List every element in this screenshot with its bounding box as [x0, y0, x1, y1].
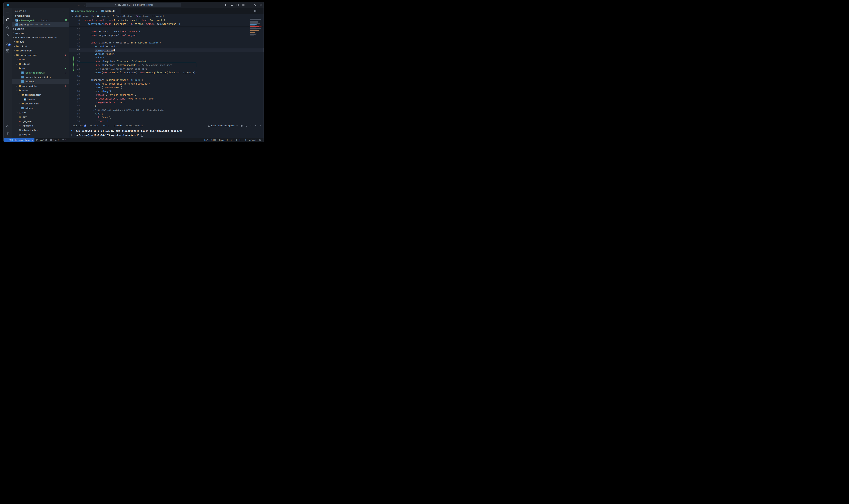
tree-item-my-eks-blueprints-stack.ts[interactable]: TSmy-eks-blueprints-stack.ts — [12, 75, 69, 79]
command-center-search[interactable]: ec2-user [SSH: eks-blueprint-remote] — [86, 3, 181, 7]
terminal[interactable]: [ec2-user@ip-10-0-14-195 my-eks-blueprin… — [69, 128, 264, 138]
tree-item-cdk.context.json[interactable]: {}cdk.context.json — [12, 128, 69, 132]
tree-item-.env[interactable]: .env — [12, 115, 69, 119]
close-panel-icon[interactable] — [259, 124, 262, 127]
tab-pipeline.ts[interactable]: TSpipeline.ts — [99, 8, 121, 14]
tree-item-application-team[interactable]: application-team — [12, 92, 69, 97]
tree-item-aws[interactable]: aws — [12, 39, 69, 44]
panel-tab-ports[interactable]: PORTS — [102, 123, 109, 128]
git-branch[interactable]: main* — [35, 138, 49, 142]
activity-settings[interactable] — [3, 129, 12, 137]
activity-search[interactable] — [3, 24, 12, 31]
tree-item-cdk.out[interactable]: cdk.out — [12, 62, 69, 66]
customize-layout-button[interactable] — [240, 2, 246, 8]
minimize-button[interactable] — [246, 2, 252, 8]
breadcrumb-item-pipeline.ts[interactable]: TSpipeline.ts — [97, 15, 109, 17]
panel-more-icon[interactable] — [250, 124, 252, 127]
panel-tab-problems[interactable]: PROBLEMS2 — [72, 123, 86, 128]
tab-kubevious_addon.ts[interactable]: TSkubevious_addon.tsU — [69, 8, 99, 14]
tree-item-cdk.out[interactable]: cdk.out — [12, 44, 69, 48]
tree-item-index.ts[interactable]: TSindex.ts — [12, 106, 69, 110]
breadcrumb-item-my-eks-blueprints[interactable]: my-eks-blueprints — [72, 15, 88, 17]
close-tab-icon[interactable] — [116, 10, 119, 12]
breadcrumb-label: constructor — [139, 15, 149, 17]
panel-tab-debug-console[interactable]: DEBUG CONSOLE — [126, 123, 143, 128]
open-editor-pipeline.ts[interactable]: TSpipeline.ts~/my-eks-blueprints/lib — [12, 22, 69, 27]
minimap[interactable] — [250, 19, 261, 39]
activity-explorer[interactable] — [3, 16, 12, 24]
text-cursor — [114, 49, 115, 52]
split-editor-icon[interactable] — [254, 10, 257, 12]
tree-item-pipeline.ts[interactable]: TSpipeline.ts — [12, 79, 69, 84]
activity-source-control[interactable]: 15 — [3, 39, 12, 47]
maximize-restore-button[interactable] — [252, 2, 258, 8]
code-editor[interactable]: 1112 const account = props?.env?.account… — [69, 18, 264, 123]
notifications-bell[interactable] — [257, 138, 263, 142]
panel-tab-terminal[interactable]: TERMINAL — [113, 123, 123, 128]
tree-item-teams[interactable]: teams — [12, 88, 69, 92]
open-editor-kubevious_addon.ts[interactable]: TSkubevious_addon.ts~/my-eks-...U — [12, 18, 69, 22]
tree-item-index.ts[interactable]: TSindex.ts — [12, 97, 69, 101]
folder-icon — [16, 45, 19, 48]
file-icon-holder: TS — [24, 98, 26, 101]
editor-more-actions-icon[interactable] — [259, 10, 261, 12]
breadcrumb-item-constructor[interactable]: constructor — [136, 15, 149, 17]
status-encoding[interactable]: UTF-8 — [230, 138, 238, 142]
outline-header[interactable]: OUTLINE — [12, 27, 69, 31]
search-icon — [5, 25, 10, 30]
file-type-icon: n — [19, 125, 20, 127]
terminal-line-1: [ec2-user@ip-10-0-14-195 my-eks-blueprin… — [69, 129, 264, 133]
branch-label: main* — [39, 139, 44, 141]
breadcrumb-item-lib[interactable]: lib — [92, 15, 94, 17]
file-icon-holder — [21, 93, 24, 96]
breadcrumb-item-PipelineConstruct[interactable]: PipelineConstruct — [112, 15, 132, 17]
nav-back-icon[interactable]: ← — [77, 3, 80, 6]
close-window-button[interactable] — [258, 2, 264, 8]
open-editors-header[interactable]: OPEN EDITORS — [12, 14, 69, 18]
sidebar-more-actions[interactable]: ··· — [63, 10, 67, 12]
code-line-12: 12 const account = props?.env?.account!; — [69, 30, 264, 33]
tree-item-environment[interactable]: environment — [12, 48, 69, 53]
maximize-panel-icon[interactable] — [255, 124, 257, 127]
tree-item-.gitignore[interactable]: .gitignore — [12, 119, 69, 124]
timeline-header[interactable]: TIMELINE — [12, 31, 69, 35]
remote-indicator[interactable]: SSH: eks-blueprint-remote — [3, 138, 35, 142]
kill-terminal-icon[interactable] — [245, 124, 248, 127]
tree-item-my-eks-blueprints[interactable]: my-eks-blueprints — [12, 53, 69, 57]
tree-item-kubevious_addon.ts[interactable]: TSkubevious_addon.tsU — [12, 71, 69, 75]
toggle-sidebar-button[interactable] — [223, 2, 229, 8]
toggle-secondary-sidebar-button[interactable] — [235, 2, 240, 8]
minimap-line — [250, 34, 255, 35]
status-cursor-position[interactable]: Ln 17, Col 22 — [203, 138, 218, 142]
tree-item-node_modules[interactable]: node_modules — [12, 84, 69, 88]
tree-item-label: index.ts — [25, 107, 33, 109]
status-indentation[interactable]: Spaces: 2 — [218, 138, 230, 142]
ports-status[interactable]: 0 — [60, 138, 67, 142]
activity-accounts[interactable] — [3, 122, 12, 129]
activity-run-debug[interactable] — [3, 31, 12, 39]
close-icon[interactable] — [13, 23, 16, 26]
problems-status[interactable]: 2 0 — [49, 138, 60, 142]
workspace-header[interactable]: EC2-USER [SSH: EKS-BLUEPRINT-REMOTE] — [12, 35, 69, 39]
split-terminal-icon[interactable] — [240, 124, 243, 127]
breadcrumb-item-blueprint[interactable]: blueprint — [152, 15, 164, 17]
tree-item-bin[interactable]: bin — [12, 57, 69, 62]
tree-item-.npmignore[interactable]: n.npmignore — [12, 124, 69, 128]
activity-extensions[interactable] — [3, 47, 12, 55]
toggle-panel-button[interactable] — [229, 2, 235, 8]
file-icon-holder — [18, 58, 21, 61]
tree-item-cdk.json[interactable]: {}cdk.json — [12, 132, 69, 137]
activity-menu[interactable] — [3, 8, 12, 16]
nav-forward-icon[interactable]: → — [83, 3, 86, 6]
tree-item-test[interactable]: test — [12, 110, 69, 115]
panel-tab-output[interactable]: OUTPUT — [90, 123, 98, 128]
tree-item-lib[interactable]: lib — [12, 66, 69, 71]
minimap-line — [250, 22, 258, 22]
terminal-selector[interactable]: bash - my-eks-blueprints — [208, 124, 238, 127]
status-language-mode[interactable]: {} TypeScript — [243, 138, 257, 142]
status-label: Ln 17, Col 22 — [204, 139, 216, 141]
activity-bar-bottom — [3, 122, 12, 138]
status-eol[interactable]: LF — [238, 138, 243, 142]
tree-item-platform-team[interactable]: platform-team — [12, 101, 69, 106]
code-text: .version("auto") — [85, 52, 115, 56]
